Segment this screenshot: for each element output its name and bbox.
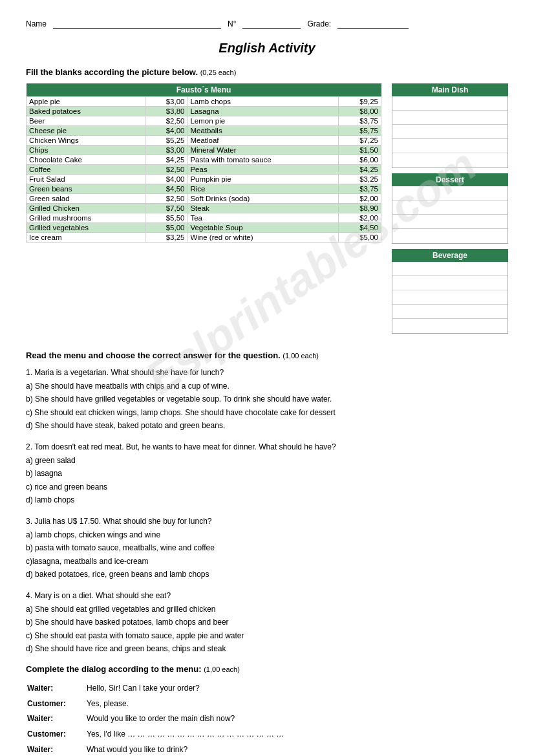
beverage-header: Beverage (392, 249, 508, 262)
question-option: d) lamb chops (26, 494, 508, 506)
sidebar-row[interactable] (392, 262, 507, 276)
sidebar-row[interactable] (392, 125, 507, 139)
dialog-row: Waiter:Hello, Sir! Can I take your order… (27, 682, 507, 696)
question-option: c) She should eat chicken wings, lamp ch… (26, 407, 508, 419)
dialog-speaker: Waiter: (27, 743, 85, 756)
menu-price-left: $2,50 (145, 116, 187, 126)
menu-item-left: Green salad (27, 194, 145, 204)
menu-price-left: $5,00 (145, 223, 187, 233)
menu-price-right: $3,75 (339, 116, 381, 126)
question-block: 2. Tom doesn't eat red meat. But, he wan… (26, 441, 508, 506)
menu-item-left: Baked potatoes (27, 107, 145, 116)
question-option: d) She should have rice and green beans,… (26, 643, 508, 655)
menu-item-left: Chocolate Cake (27, 155, 145, 165)
dialog-line: Hello, Sir! Can I take your order? (87, 682, 507, 696)
name-field[interactable] (53, 19, 221, 29)
menu-item-left: Chips (27, 146, 145, 155)
dialog-row: Customer:Yes, please. (27, 697, 507, 711)
menu-row: Green salad$2,50Soft Drinks (soda)$2,00 (27, 194, 381, 204)
menu-price-left: $3,00 (145, 97, 187, 107)
menu-price-left: $2,50 (145, 165, 187, 175)
menu-item-right: Tea (187, 213, 339, 223)
menu-row: Grilled Chicken$7,50Steak$8,90 (27, 204, 381, 213)
grade-label: Grade: (307, 19, 331, 28)
dessert-header: Dessert (392, 173, 508, 186)
menu-row: Chocolate Cake$4,25Pasta with tomato sau… (27, 155, 381, 165)
main-dish-rows (392, 96, 508, 168)
sidebar-row[interactable] (392, 229, 507, 243)
section2-title: Read the menu and choose the correct ans… (26, 351, 508, 360)
sidebar-row[interactable] (392, 305, 507, 319)
no-field[interactable] (242, 19, 301, 29)
sidebar-row[interactable] (392, 96, 507, 111)
sidebar-row[interactable] (392, 215, 507, 229)
dialog-speaker: Waiter: (27, 712, 85, 726)
menu-price-left: $4,25 (145, 155, 187, 165)
sidebar-row[interactable] (392, 319, 507, 333)
menu-price-right: $6,00 (339, 155, 381, 165)
sidebar-row[interactable] (392, 186, 507, 200)
menu-row: Grilled vegetables$5,00Vegetable Soup$4,… (27, 223, 381, 233)
beverage-box: Beverage (392, 249, 508, 334)
menu-row: Beer$2,50Lemon pie$3,75 (27, 116, 381, 126)
menu-row: Green beans$4,50Rice$3,75 (27, 184, 381, 194)
dialog-line: What would you like to drink? (87, 743, 507, 756)
menu-price-right: $4,50 (339, 223, 381, 233)
menu-item-right: Mineral Water (187, 146, 339, 155)
menu-price-left: $3,00 (145, 146, 187, 155)
dialog-row: Waiter:Would you like to order the main … (27, 712, 507, 726)
question-option: a) She should have meatballs with chips … (26, 380, 508, 393)
menu-price-right: $3,25 (339, 175, 381, 184)
question-option: c) rice and green beans (26, 481, 508, 493)
grade-field[interactable] (337, 19, 409, 29)
menu-price-left: $3,25 (145, 233, 187, 243)
dialog-line: Would you like to order the main dish no… (87, 712, 507, 726)
menu-row: Baked potatoes$3,80Lasagna$8,00 (27, 107, 381, 116)
menu-price-right: $3,75 (339, 184, 381, 194)
menu-item-right: Wine (red or white) (187, 233, 339, 243)
main-dish-box: Main Dish (392, 83, 508, 168)
menu-row: Fruit Salad$4,00Pumpkin pie$3,25 (27, 175, 381, 184)
dialog-row: Waiter:What would you like to drink? (27, 743, 507, 756)
name-label: Name (26, 19, 47, 28)
dialog-speaker: Customer: (27, 728, 85, 742)
section1-title: Fill the blanks according the picture be… (26, 67, 508, 77)
question-option: b) She should have grilled vegetables or… (26, 393, 508, 405)
questions-section: 1. Maria is a vegetarian. What should sh… (26, 367, 508, 655)
menu-price-left: $2,50 (145, 194, 187, 204)
question-text: 4. Mary is on a diet. What should she ea… (26, 590, 508, 602)
menu-price-right: $4,25 (339, 165, 381, 175)
sidebar-row[interactable] (392, 111, 507, 125)
menu-price-left: $4,50 (145, 184, 187, 194)
header-row: Name N° Grade: (26, 19, 508, 29)
question-option: d) baked potatoes, rice, green beans and… (26, 568, 508, 581)
question-text: 2. Tom doesn't eat red meat. But, he wan… (26, 441, 508, 453)
sidebar-row[interactable] (392, 200, 507, 215)
sidebar-row[interactable] (392, 139, 507, 153)
menu-item-left: Grilled vegetables (27, 223, 145, 233)
menu-price-right: $7,25 (339, 136, 381, 146)
menu-price-right: $2,00 (339, 194, 381, 204)
menu-price-right: $9,25 (339, 97, 381, 107)
dessert-box: Dessert (392, 173, 508, 244)
menu-item-left: Coffee (27, 165, 145, 175)
dialog-line: Yes, please. (87, 697, 507, 711)
question-option: c)lasagna, meatballs and ice-cream (26, 556, 508, 568)
sidebar-row[interactable] (392, 276, 507, 290)
sidebar-row[interactable] (392, 153, 507, 167)
menu-price-left: $4,00 (145, 175, 187, 184)
dialog-speaker: Waiter: (27, 682, 85, 696)
dialog-line: Yes, I'd like … … … … … … … … … … … … … … (87, 728, 507, 742)
menu-item-right: Steak (187, 204, 339, 213)
section3-title: Complete the dialog according to the men… (26, 664, 508, 674)
menu-item-right: Meatballs (187, 126, 339, 136)
menu-item-left: Chicken Wings (27, 136, 145, 146)
menu-row: Coffee$2,50Peas$4,25 (27, 165, 381, 175)
sidebar-row[interactable] (392, 290, 507, 305)
question-option: a) lamb chops, chicken wings and wine (26, 529, 508, 541)
menu-item-right: Pumpkin pie (187, 175, 339, 184)
no-label: N° (228, 19, 236, 28)
menu-item-left: Ice cream (27, 233, 145, 243)
main-dish-header: Main Dish (392, 83, 508, 96)
question-block: 1. Maria is a vegetarian. What should sh… (26, 367, 508, 432)
